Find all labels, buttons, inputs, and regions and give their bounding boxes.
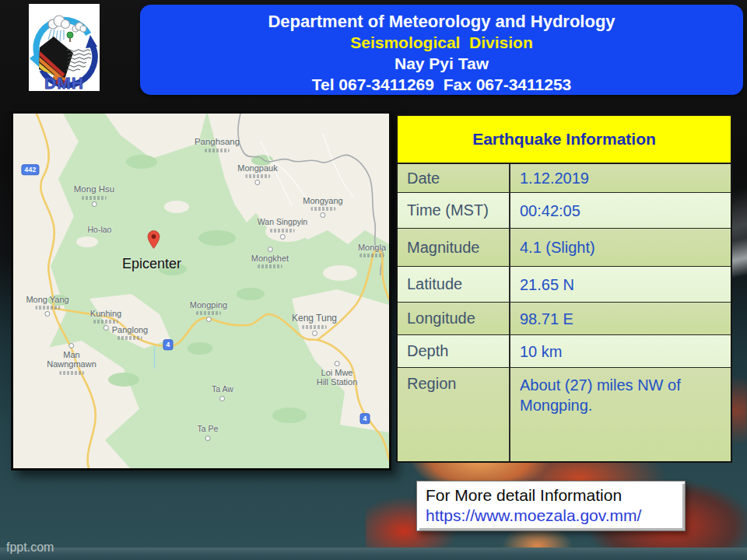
background-bottom-band [0, 548, 747, 560]
town-marker-dot [280, 234, 286, 240]
burmese-subtitle [270, 229, 295, 233]
map-town: Mongkhet [251, 245, 289, 268]
table-row: Time (MST)00:42:05 [398, 192, 731, 228]
route-badge: 442 [21, 164, 39, 175]
row-value: About (27) miles NW of Mongping. [510, 368, 731, 415]
map-town: Keng Tung [292, 313, 337, 338]
row-label: Region [398, 368, 510, 461]
table-row: Magnitude4.1 (Slight) [398, 228, 731, 266]
burmese-subtitle [82, 196, 107, 200]
town-label: Mongyang [303, 196, 342, 205]
map-town: Ta Aw [212, 385, 233, 403]
town-label: Mongpauk [237, 163, 277, 173]
header-banner: Department of Meteorology and Hydrology … [140, 5, 743, 95]
burmese-subtitle [93, 320, 118, 324]
row-value: 98.71 E [510, 309, 731, 329]
burmese-subtitle [245, 174, 270, 178]
table-row: Longitude98.71 E [398, 302, 731, 334]
map-town: Mongping [190, 300, 227, 324]
burmese-subtitle [205, 149, 230, 152]
map-town: Loi MweHill Station [317, 359, 358, 387]
town-label: Hill Station [317, 377, 358, 387]
row-value: 1.12.2019 [510, 168, 731, 188]
map-image: PanghsangMongpaukMong HsuMongyangWan Sin… [13, 114, 389, 468]
epicenter-pin-icon [147, 229, 160, 250]
town-marker-dot [69, 343, 75, 348]
town-marker-dot [219, 396, 225, 401]
town-label: Mongping [190, 300, 227, 310]
row-label: Depth [398, 335, 510, 367]
town-label: Panghsang [195, 137, 240, 147]
dmh-logo: DMH [29, 4, 100, 91]
table-title: Earthquake Information [398, 116, 731, 164]
table-row: Latitude21.65 N [398, 266, 731, 302]
row-value: 21.65 N [510, 275, 731, 295]
tree-icon [67, 32, 73, 38]
info-text: For More detail Information [426, 485, 685, 506]
eq-table-rows: Date1.12.2019Time (MST)00:42:05Magnitude… [398, 164, 731, 461]
burmese-subtitle [117, 336, 142, 340]
burmese-subtitle [59, 371, 84, 375]
burmese-subtitle [359, 254, 384, 257]
dmh-logo-icon: DMH [29, 4, 100, 91]
town-marker-dot [334, 361, 339, 366]
town-label: Wan Singpyin [258, 218, 307, 227]
row-value: 4.1 (Slight) [510, 237, 731, 257]
burmese-subtitle [35, 306, 60, 310]
division-title: Seismological Division [140, 32, 743, 53]
town-marker-dot [205, 436, 210, 441]
burmese-subtitle [196, 311, 221, 315]
info-box: For More detail Information https://www.… [416, 481, 686, 531]
row-value: 10 km [510, 341, 731, 362]
info-link[interactable]: https://www.moezala.gov.mm/ [426, 506, 641, 526]
department-title: Department of Meteorology and Hydrology [140, 11, 743, 32]
town-label: Ta Aw [212, 385, 233, 394]
map-town: Mongyang [303, 196, 342, 219]
eq-info-table: Earthquake Information Date1.12.2019Time… [396, 114, 732, 463]
town-label: Mong Yang [26, 295, 68, 304]
town-marker-dot [255, 180, 261, 185]
map-town: Mong Hsu [74, 184, 114, 208]
town-label: Nawngmawn [47, 359, 96, 369]
row-label: Magnitude [398, 229, 510, 266]
town-label: Kunhing [90, 309, 121, 318]
epicenter-label: Epicenter [104, 256, 199, 272]
town-marker-dot [103, 325, 109, 331]
town-label: Man [47, 350, 96, 359]
row-value: 00:42:05 [510, 201, 731, 221]
table-row: RegionAbout (27) miles NW of Mongping. [398, 367, 731, 461]
row-label: Longitude [398, 303, 510, 334]
map-town: Ta Pe [198, 425, 219, 443]
town-marker-dot [312, 331, 317, 336]
town-label: Keng Tung [292, 313, 337, 324]
town-label: Mongkhet [251, 254, 289, 263]
burmese-subtitle [258, 264, 282, 268]
map-town: Wan Singpyin [258, 218, 307, 241]
town-label: Mongla [358, 243, 386, 252]
table-row: Date1.12.2019 [398, 164, 731, 192]
logo-acronym: DMH [44, 74, 84, 91]
town-label: Ho-lao [88, 226, 112, 235]
map-town: Ho-lao [88, 226, 112, 235]
town-marker-dot [268, 247, 273, 252]
map-town: Mong Yang [26, 295, 68, 318]
map-town: Mongla [358, 243, 386, 257]
town-label: Ta Pe [198, 425, 219, 434]
town-label: Panglong [112, 325, 149, 334]
table-row: Depth10 km [398, 334, 731, 367]
town-label: Loi Mwe [317, 368, 358, 377]
contact-line: Tel 067-3411269 Fax 067-3411253 [140, 74, 743, 95]
fppt-watermark: fppt.com [6, 541, 54, 555]
map-panel: PanghsangMongpaukMong HsuMongyangWan Sin… [11, 111, 391, 471]
row-label: Time (MST) [398, 193, 510, 228]
town-marker-dot [205, 317, 211, 322]
row-label: Latitude [398, 267, 510, 302]
city-title: Nay Pyi Taw [140, 53, 743, 74]
route-badge: 4 [163, 339, 173, 350]
town-marker-dot [45, 311, 51, 317]
row-label: Date [398, 164, 510, 192]
town-marker-dot [321, 212, 326, 218]
burmese-subtitle [310, 207, 335, 211]
slide: DMH Department of Meteorology and Hydrol… [0, 0, 747, 560]
map-towns-layer: PanghsangMongpaukMong HsuMongyangWan Sin… [13, 114, 389, 468]
